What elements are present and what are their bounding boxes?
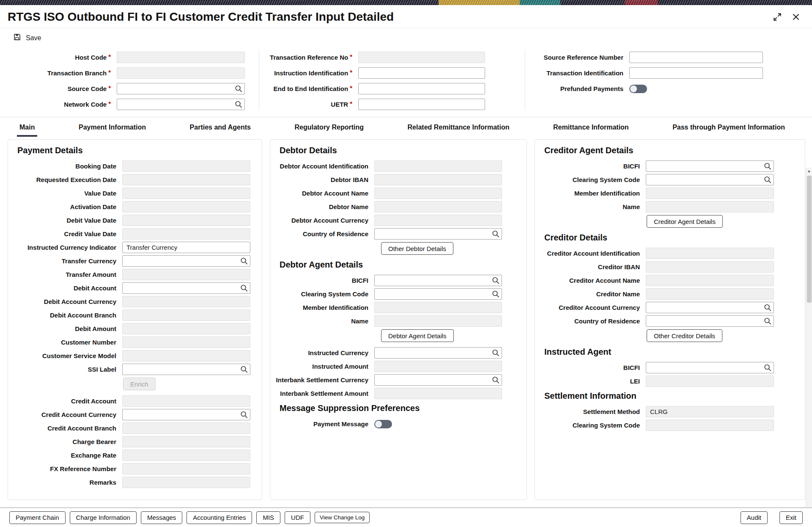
header-source-code-input[interactable]	[117, 83, 245, 94]
payment-chain-button[interactable]: Payment Chain	[9, 511, 66, 524]
payment-value-date-input	[122, 188, 250, 199]
field-instructed-amount: Instructed Amount	[270, 361, 527, 372]
host-code-label: Host Code*	[0, 54, 111, 61]
udf-button[interactable]: UDF	[285, 511, 310, 524]
debtor-account-identification-label: Debtor Account Identification	[270, 163, 368, 170]
search-icon[interactable]	[491, 229, 500, 238]
search-icon[interactable]	[763, 363, 772, 372]
field-source-reference-number: Source Reference Number	[525, 52, 812, 63]
tab-regulatory-reporting[interactable]: Regulatory Reporting	[291, 121, 367, 137]
field-debtor-account-name: Debtor Account Name	[270, 188, 527, 199]
save-button[interactable]: Save	[26, 34, 41, 42]
header-instruction-identification-input[interactable]	[358, 67, 485, 79]
creditor-name-input	[646, 201, 774, 212]
payment-transfer-currency-input[interactable]	[122, 255, 250, 267]
messages-button[interactable]: Messages	[141, 511, 182, 524]
scroll-up-icon[interactable]: ▲	[807, 169, 811, 173]
debtor-interbank-settlement-currency-input[interactable]	[374, 374, 502, 386]
vertical-scrollbar[interactable]: ▲	[806, 168, 812, 508]
field-lei: LEI	[535, 375, 805, 387]
country-of-residence-label: Country of Residence	[535, 317, 640, 325]
search-icon[interactable]	[491, 290, 500, 298]
search-icon[interactable]	[763, 175, 772, 184]
debtor-agent-details-button[interactable]: Debtor Agent Details	[381, 329, 454, 342]
search-icon[interactable]	[491, 375, 500, 384]
header-column-1: Host Code*Transaction Branch*Source Code…	[0, 50, 259, 110]
search-icon[interactable]	[763, 303, 772, 312]
section-heading-settlement-information: Settlement Information	[544, 391, 805, 401]
section-heading-debtor-details: Debtor Details	[280, 146, 527, 155]
field-debtor-account-identification: Debtor Account Identification	[270, 160, 527, 172]
required-asterisk: *	[350, 69, 352, 76]
tab-payment-information[interactable]: Payment Information	[75, 121, 149, 137]
field-customer-number: Customer Number	[8, 337, 262, 348]
field-debtor-account-currency: Debtor Account Currency	[270, 215, 527, 226]
field-credit-account-branch: Credit Account Branch	[8, 422, 262, 434]
search-icon[interactable]	[491, 348, 500, 357]
debtor-instructed-currency-input[interactable]	[374, 347, 502, 359]
other-debtor-details-button[interactable]: Other Debtor Details	[381, 242, 453, 255]
field-charge-bearer: Charge Bearer	[8, 436, 262, 447]
debtor-payment-message-toggle[interactable]	[374, 420, 392, 428]
creditor-bicfi-input[interactable]	[646, 362, 774, 373]
creditor-country-of-residence-input[interactable]	[646, 315, 774, 327]
other-creditor-details-button[interactable]: Other Creditor Details	[647, 329, 722, 342]
audit-button[interactable]: Audit	[741, 511, 768, 524]
bicfi-label: BICFI	[270, 277, 368, 284]
payment-debit-amount-input	[122, 323, 250, 334]
tab-remittance-information[interactable]: Remittance Information	[550, 121, 632, 137]
search-icon[interactable]	[491, 276, 500, 285]
header-uetr-input[interactable]	[358, 99, 485, 110]
tab-main[interactable]: Main	[16, 121, 38, 137]
search-icon[interactable]	[240, 284, 249, 292]
scrollbar-thumb[interactable]	[807, 176, 812, 303]
field-transfer-currency: Transfer Currency	[8, 255, 262, 267]
exit-button[interactable]: Exit	[779, 511, 803, 524]
view-change-log-button[interactable]: View Change Log	[315, 512, 370, 523]
tab-parties-and-agents[interactable]: Parties and Agents	[187, 121, 254, 137]
payment-ssi-label-input[interactable]	[122, 364, 250, 375]
field-transaction-identification: Transaction Identification	[525, 67, 812, 79]
enrich-button: Enrich	[123, 378, 156, 390]
header-end-to-end-identification-input[interactable]	[358, 83, 485, 94]
header-prefunded-payments-toggle[interactable]	[629, 85, 647, 93]
tab-related-remittance-information[interactable]: Related Remittance Information	[404, 121, 513, 137]
requested-execution-date-label: Requested Execution Date	[8, 176, 116, 183]
close-icon[interactable]	[791, 12, 801, 22]
debtor-bicfi-input[interactable]	[374, 275, 502, 286]
search-icon[interactable]	[240, 257, 249, 265]
payment-debit-account-input[interactable]	[122, 282, 250, 294]
payment-instructed-currency-indicator-input[interactable]: Transfer Currency	[122, 242, 250, 253]
field-credit-value-date: Credit Value Date	[8, 228, 262, 240]
resize-icon[interactable]	[772, 12, 782, 22]
debtor-clearing-system-code-input[interactable]	[374, 288, 502, 300]
uetr-label: UETR*	[259, 101, 352, 108]
tab-pass-through-payment-information[interactable]: Pass through Payment Information	[669, 121, 788, 137]
payment-credit-account-currency-input[interactable]	[122, 409, 250, 420]
creditor-creditor-account-currency-input[interactable]	[646, 302, 774, 313]
field-clearing-system-code: Clearing System Code	[270, 288, 527, 300]
creditor-agent-details-button[interactable]: Creditor Agent Details	[647, 215, 723, 228]
search-icon[interactable]	[234, 84, 243, 93]
payment-fx-reference-number-input	[122, 463, 250, 475]
field-member-identification: Member Identification	[535, 188, 805, 199]
search-icon[interactable]	[763, 162, 772, 171]
search-icon[interactable]	[763, 317, 772, 326]
search-icon[interactable]	[234, 100, 243, 109]
header-source-reference-number-input[interactable]	[629, 52, 763, 63]
creditor-clearing-system-code-input[interactable]	[646, 174, 774, 185]
payment-customer-number-input	[122, 337, 250, 348]
section-heading-debtor-agent-details: Debtor Agent Details	[280, 260, 527, 270]
header-network-code-input[interactable]	[117, 99, 245, 110]
field-debit-account-branch: Debit Account Branch	[8, 309, 262, 321]
member-identification-label: Member Identification	[535, 190, 640, 197]
charge-information-button[interactable]: Charge Information	[70, 511, 137, 524]
debtor-country-of-residence-input[interactable]	[374, 228, 502, 240]
search-icon[interactable]	[240, 410, 249, 419]
search-icon[interactable]	[240, 365, 249, 374]
mis-button[interactable]: MIS	[256, 511, 280, 524]
accounting-entries-button[interactable]: Accounting Entries	[187, 511, 252, 524]
header-transaction-identification-input[interactable]	[629, 67, 763, 79]
window-controls	[772, 12, 801, 22]
creditor-bicfi-input[interactable]	[646, 160, 774, 172]
